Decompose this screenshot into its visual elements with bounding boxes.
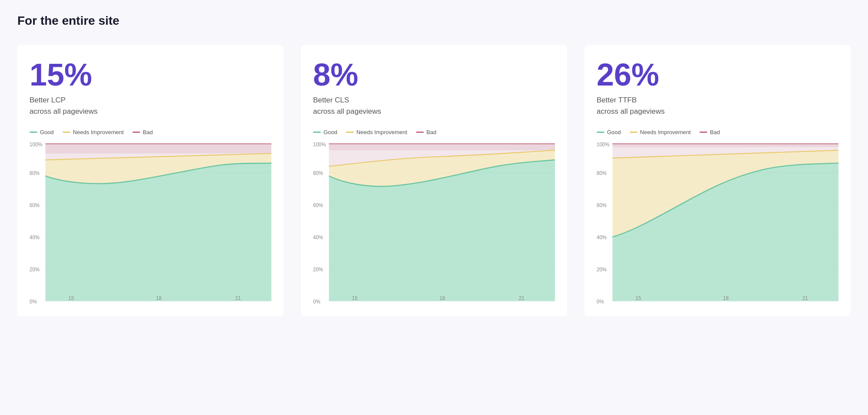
cls-good-label: Good [323, 129, 337, 135]
cls-legend-needs: Needs Improvement [346, 129, 407, 135]
ttfb-chart-area: 0% 20% 40% 60% 80% 100% [597, 141, 838, 306]
svg-text:15: 15 [636, 295, 641, 302]
cls-needs-line-icon [346, 132, 354, 133]
cls-legend-good: Good [313, 129, 337, 135]
lcp-good-label: Good [40, 129, 54, 135]
svg-text:100%: 100% [597, 141, 610, 148]
lcp-legend-needs: Needs Improvement [63, 129, 124, 135]
svg-text:80%: 80% [30, 170, 40, 177]
lcp-legend: Good Needs Improvement Bad [30, 129, 271, 135]
ttfb-needs-line-icon [630, 132, 637, 133]
svg-text:40%: 40% [597, 234, 607, 240]
svg-text:40%: 40% [30, 234, 40, 240]
svg-text:21: 21 [802, 295, 808, 302]
svg-text:40%: 40% [313, 234, 323, 240]
svg-text:20%: 20% [597, 266, 607, 273]
svg-text:0%: 0% [597, 298, 604, 305]
charts-row: 15% Better LCPacross all pageviews Good … [17, 45, 851, 316]
lcp-needs-label: Needs Improvement [73, 129, 124, 135]
svg-text:20%: 20% [313, 266, 323, 273]
ttfb-legend: Good Needs Improvement Bad [597, 129, 838, 135]
cls-bad-line-icon [416, 132, 424, 133]
ttfb-legend-needs: Needs Improvement [630, 129, 691, 135]
bad-line-icon [132, 132, 140, 133]
good-line-icon [30, 132, 37, 133]
cls-legend-bad: Bad [416, 129, 436, 135]
lcp-legend-bad: Bad [132, 129, 153, 135]
svg-text:18: 18 [723, 295, 729, 302]
cls-good-line-icon [313, 132, 321, 133]
ttfb-good-label: Good [607, 129, 621, 135]
cls-label: Better CLSacross all pageviews [313, 95, 555, 117]
svg-text:18: 18 [439, 295, 445, 302]
lcp-card: 15% Better LCPacross all pageviews Good … [17, 45, 284, 316]
lcp-value: 15% [30, 59, 271, 90]
cls-chart-svg: 0% 20% 40% 60% 80% 100% [313, 141, 555, 306]
svg-text:100%: 100% [313, 141, 326, 148]
ttfb-label: Better TTFBacross all pageviews [597, 95, 838, 117]
svg-text:21: 21 [519, 295, 525, 302]
lcp-legend-good: Good [30, 129, 54, 135]
ttfb-legend-bad: Bad [700, 129, 720, 135]
svg-text:18: 18 [156, 295, 162, 302]
svg-text:21: 21 [235, 295, 241, 302]
cls-chart-area: 0% 20% 40% 60% 80% 100% [313, 141, 555, 306]
page-title: For the entire site [17, 14, 851, 28]
svg-text:60%: 60% [313, 202, 323, 209]
svg-text:20%: 20% [30, 266, 40, 273]
cls-legend: Good Needs Improvement Bad [313, 129, 555, 135]
svg-text:100%: 100% [30, 141, 43, 148]
ttfb-card: 26% Better TTFBacross all pageviews Good… [584, 45, 851, 316]
cls-needs-label: Needs Improvement [356, 129, 407, 135]
needs-line-icon [63, 132, 70, 133]
cls-value: 8% [313, 59, 555, 90]
svg-text:15: 15 [69, 295, 74, 302]
lcp-label: Better LCPacross all pageviews [30, 95, 271, 117]
cls-bad-label: Bad [426, 129, 436, 135]
ttfb-good-line-icon [597, 132, 604, 133]
svg-text:0%: 0% [30, 298, 37, 305]
cls-card: 8% Better CLSacross all pageviews Good N… [301, 45, 567, 316]
svg-text:80%: 80% [597, 170, 607, 177]
lcp-chart-svg: 0% 20% 40% 60% 80% 100% [30, 141, 271, 306]
svg-text:60%: 60% [597, 202, 607, 209]
ttfb-chart-svg: 0% 20% 40% 60% 80% 100% [597, 141, 838, 306]
lcp-bad-label: Bad [143, 129, 153, 135]
ttfb-legend-good: Good [597, 129, 621, 135]
svg-text:60%: 60% [30, 202, 40, 209]
ttfb-value: 26% [597, 59, 838, 90]
ttfb-needs-label: Needs Improvement [640, 129, 691, 135]
svg-text:15: 15 [352, 295, 358, 302]
svg-text:0%: 0% [313, 298, 320, 305]
ttfb-bad-label: Bad [710, 129, 720, 135]
ttfb-bad-line-icon [700, 132, 707, 133]
svg-text:80%: 80% [313, 170, 323, 177]
lcp-chart-area: 0% 20% 40% 60% 80% 100% [30, 141, 271, 306]
